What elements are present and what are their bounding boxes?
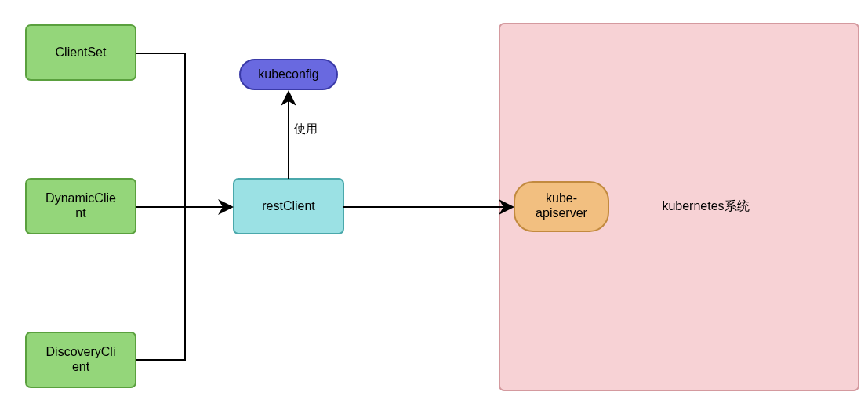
discoveryclient-label-2: ent	[72, 360, 90, 373]
clientset-connector	[136, 53, 185, 207]
rest-client-label: restClient	[262, 199, 315, 212]
dynamicclient-label-2: nt	[75, 206, 86, 220]
dynamicclient-label-1: DynamicClie	[45, 191, 116, 205]
kubernetes-system-label: kubernetes系统	[662, 199, 749, 212]
kubeconfig-label: kubeconfig	[258, 67, 318, 81]
kube-apiserver-label-2: apiserver	[536, 206, 587, 220]
discoveryclient-label-1: DiscoveryCli	[46, 345, 116, 358]
uses-label: 使用	[294, 122, 318, 135]
discoveryclient-connector	[136, 207, 185, 360]
kube-apiserver-label-1: kube-	[546, 191, 577, 205]
clientset-label: ClientSet	[56, 45, 107, 59]
architecture-diagram: kubernetes系统 kube- apiserver restClient …	[0, 0, 868, 414]
